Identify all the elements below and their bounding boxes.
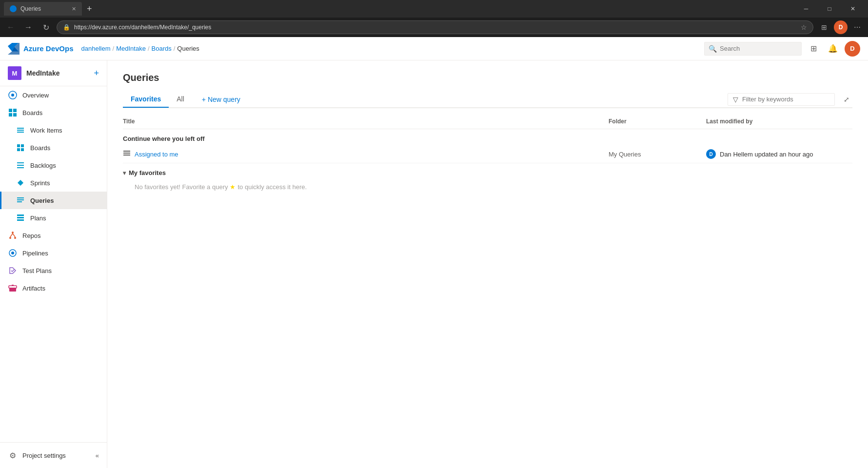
- query-title: Assigned to me: [135, 151, 178, 158]
- extensions-icon[interactable]: ⊞: [817, 20, 831, 34]
- new-tab-button[interactable]: +: [87, 4, 92, 14]
- svg-rect-11: [17, 148, 20, 151]
- bookmark-icon[interactable]: ☆: [801, 23, 807, 31]
- close-button[interactable]: ✕: [842, 1, 864, 17]
- search-input[interactable]: [720, 45, 797, 52]
- header-notification-icon[interactable]: 🔔: [825, 41, 841, 57]
- sidebar-item-artifacts[interactable]: Artifacts: [0, 279, 107, 297]
- boards-sub-icon: [16, 143, 25, 153]
- azure-logo-svg: [8, 43, 20, 55]
- repos-icon: [8, 231, 18, 240]
- filter-by-keywords-input[interactable]: ▽: [728, 93, 835, 106]
- sidebar-item-sprints[interactable]: Sprints: [0, 174, 107, 192]
- collapse-icon[interactable]: «: [96, 452, 99, 459]
- app-container: Azure DevOps danhellem / MedIntake / Boa…: [0, 37, 868, 468]
- tab-close-btn[interactable]: ✕: [72, 6, 76, 12]
- query-assigned-to-me[interactable]: Assigned to me: [123, 150, 609, 159]
- settings-dots-icon[interactable]: ⋯: [850, 20, 864, 34]
- sidebar-item-label-boards-sub: Boards: [30, 144, 50, 152]
- azure-devops-logo[interactable]: Azure DevOps: [8, 43, 74, 55]
- sidebar-item-label-queries: Queries: [30, 197, 54, 204]
- svg-rect-9: [17, 144, 20, 147]
- tab-favicon: [10, 5, 17, 12]
- svg-point-23: [9, 237, 11, 239]
- col-modified: Last modified by: [706, 118, 852, 125]
- chevron-down-icon[interactable]: ▾: [123, 170, 126, 176]
- svg-rect-6: [17, 128, 24, 129]
- sidebar-item-project-settings[interactable]: ⚙ Project settings «: [0, 447, 107, 464]
- no-favorites-message: No favorites yet! Favorite a query ★ to …: [123, 179, 852, 195]
- filter-area: ▽ ⤢: [728, 93, 852, 106]
- minimize-button[interactable]: ─: [795, 1, 817, 17]
- svg-rect-21: [17, 219, 24, 221]
- svg-point-24: [14, 237, 16, 239]
- sidebar-item-queries[interactable]: Queries: [0, 192, 107, 209]
- artifacts-icon: [8, 283, 18, 293]
- sidebar-item-plans[interactable]: Plans: [0, 209, 107, 227]
- svg-rect-2: [9, 109, 12, 112]
- header-search-box[interactable]: 🔍: [704, 42, 802, 56]
- breadcrumb-boards[interactable]: Boards: [152, 45, 172, 52]
- browser-tab[interactable]: Queries ✕: [4, 2, 82, 16]
- refresh-button[interactable]: ↻: [39, 20, 53, 34]
- breadcrumb-medintake[interactable]: MedIntake: [116, 45, 146, 52]
- back-button[interactable]: ←: [4, 20, 18, 34]
- project-avatar: M: [8, 66, 21, 80]
- col-title: Title: [123, 118, 609, 125]
- expand-icon[interactable]: ⤢: [841, 94, 852, 105]
- avatar[interactable]: D: [845, 41, 860, 57]
- lock-icon: 🔒: [63, 24, 70, 31]
- breadcrumb-danhellem[interactable]: danhellem: [81, 45, 111, 52]
- svg-point-22: [12, 232, 14, 234]
- browser-profile-icon[interactable]: D: [834, 20, 848, 34]
- address-bar: ← → ↻ 🔒 https://dev.azure.com/danhellem/…: [0, 18, 868, 37]
- tab-favorites[interactable]: Favorites: [123, 91, 169, 108]
- sidebar-item-label-test-plans: Test Plans: [22, 267, 52, 274]
- sidebar-item-test-plans[interactable]: Test Plans: [0, 262, 107, 279]
- svg-rect-30: [9, 286, 17, 288]
- breadcrumb-sep-3: /: [174, 45, 176, 52]
- svg-rect-7: [17, 130, 24, 131]
- svg-rect-4: [9, 113, 12, 117]
- header-settings-icon[interactable]: ⊞: [806, 41, 821, 57]
- svg-rect-8: [17, 132, 24, 133]
- window-controls: ─ □ ✕: [795, 1, 864, 17]
- settings-icon: ⚙: [8, 450, 18, 460]
- sidebar-item-pipelines[interactable]: Pipelines: [0, 244, 107, 262]
- header-right: 🔍 ⊞ 🔔 D: [704, 41, 860, 57]
- page-title: Queries: [123, 72, 852, 83]
- search-icon: 🔍: [709, 45, 717, 53]
- query-folder: My Queries: [609, 151, 706, 158]
- sidebar-item-boards[interactable]: Boards: [0, 104, 107, 121]
- restore-button[interactable]: □: [818, 1, 841, 17]
- app-logo-text: Azure DevOps: [23, 44, 74, 53]
- sidebar-item-repos[interactable]: Repos: [0, 227, 107, 244]
- sidebar-item-backlogs[interactable]: Backlogs: [0, 156, 107, 174]
- query-modified-by: D Dan Hellem updated an hour ago: [706, 149, 852, 159]
- project-add-button[interactable]: +: [94, 68, 99, 78]
- section-my-favorites: ▾ My favorites: [123, 163, 852, 179]
- section-favorites-label: My favorites: [129, 169, 166, 176]
- svg-rect-14: [17, 165, 24, 166]
- svg-rect-16: [17, 197, 24, 198]
- filter-input-field[interactable]: [742, 96, 829, 103]
- col-folder: Folder: [609, 118, 706, 125]
- sidebar-item-work-items[interactable]: Work Items: [0, 121, 107, 139]
- new-query-button[interactable]: + New query: [196, 93, 246, 106]
- sidebar-item-label-plans: Plans: [30, 214, 46, 222]
- url-bar[interactable]: 🔒 https://dev.azure.com/danhellem/MedInt…: [57, 20, 813, 34]
- sidebar-item-boards-sub[interactable]: Boards: [0, 139, 107, 156]
- sidebar-item-label-artifacts: Artifacts: [22, 285, 45, 292]
- svg-rect-3: [13, 109, 17, 112]
- section-continue: Continue where you left off: [123, 129, 852, 145]
- breadcrumb-sep-1: /: [113, 45, 115, 52]
- tab-all[interactable]: All: [169, 91, 192, 108]
- project-header: M MedIntake +: [0, 60, 107, 86]
- pipelines-icon: [8, 248, 18, 258]
- queries-icon: [16, 195, 25, 205]
- app-header: Azure DevOps danhellem / MedIntake / Boa…: [0, 37, 868, 60]
- forward-button[interactable]: →: [21, 20, 35, 34]
- star-icon: ★: [230, 183, 236, 191]
- sidebar-item-label-repos: Repos: [22, 232, 41, 239]
- sidebar-item-overview[interactable]: Overview: [0, 86, 107, 104]
